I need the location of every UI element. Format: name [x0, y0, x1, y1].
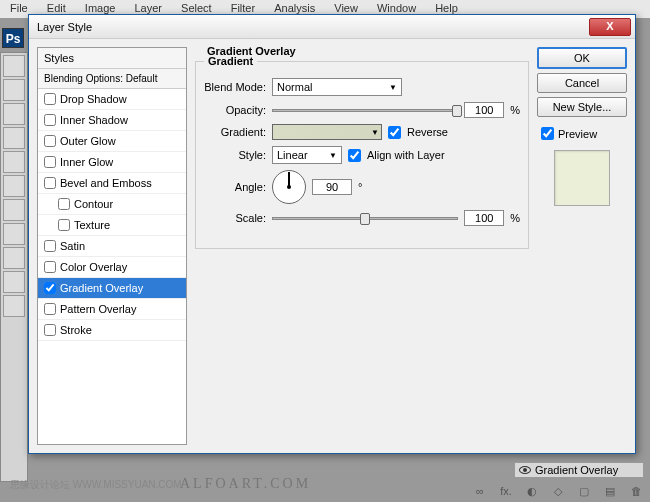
- style-label: Contour: [74, 198, 113, 210]
- tool-icon[interactable]: [3, 103, 25, 125]
- tool-icon[interactable]: [3, 295, 25, 317]
- tool-icon[interactable]: [3, 127, 25, 149]
- style-item-outer-glow[interactable]: Outer Glow: [38, 131, 186, 152]
- style-item-inner-shadow[interactable]: Inner Shadow: [38, 110, 186, 131]
- style-item-satin[interactable]: Satin: [38, 236, 186, 257]
- tool-icon[interactable]: [3, 199, 25, 221]
- style-checkbox[interactable]: [44, 93, 56, 105]
- align-checkbox[interactable]: [348, 149, 361, 162]
- style-checkbox[interactable]: [44, 303, 56, 315]
- style-checkbox[interactable]: [44, 261, 56, 273]
- style-checkbox[interactable]: [58, 219, 70, 231]
- action-panel: OK Cancel New Style... Preview: [537, 47, 627, 445]
- opacity-slider[interactable]: [272, 109, 458, 112]
- dialog-titlebar: Layer Style X: [29, 15, 635, 39]
- chevron-down-icon: ▼: [371, 128, 379, 137]
- adjustment-icon[interactable]: ◇: [550, 485, 566, 498]
- close-button[interactable]: X: [589, 18, 631, 36]
- style-item-drop-shadow[interactable]: Drop Shadow: [38, 89, 186, 110]
- style-item-contour[interactable]: Contour: [38, 194, 186, 215]
- style-select[interactable]: Linear▼: [272, 146, 342, 164]
- mask-icon[interactable]: ◐: [524, 485, 540, 498]
- blending-options[interactable]: Blending Options: Default: [38, 69, 186, 89]
- link-icon[interactable]: ∞: [472, 485, 488, 498]
- style-checkbox[interactable]: [44, 282, 56, 294]
- tool-icon[interactable]: [3, 55, 25, 77]
- style-checkbox[interactable]: [44, 324, 56, 336]
- blend-mode-label: Blend Mode:: [204, 81, 266, 93]
- angle-dial[interactable]: [272, 170, 306, 204]
- percent-unit: %: [510, 212, 520, 224]
- style-label: Drop Shadow: [60, 93, 127, 105]
- style-item-inner-glow[interactable]: Inner Glow: [38, 152, 186, 173]
- style-item-color-overlay[interactable]: Color Overlay: [38, 257, 186, 278]
- tool-icon[interactable]: [3, 247, 25, 269]
- style-label: Inner Glow: [60, 156, 113, 168]
- tool-icon[interactable]: [3, 79, 25, 101]
- preview-checkbox[interactable]: [541, 127, 554, 140]
- style-label: Style:: [204, 149, 266, 161]
- preview-label: Preview: [558, 128, 597, 140]
- new-layer-icon[interactable]: ▤: [602, 485, 618, 498]
- style-checkbox[interactable]: [44, 156, 56, 168]
- style-checkbox[interactable]: [44, 114, 56, 126]
- tool-icon[interactable]: [3, 151, 25, 173]
- eye-icon[interactable]: [519, 466, 531, 474]
- style-checkbox[interactable]: [44, 135, 56, 147]
- fx-icon[interactable]: fx.: [498, 485, 514, 498]
- style-label: Texture: [74, 219, 110, 231]
- blend-mode-select[interactable]: Normal▼: [272, 78, 402, 96]
- chevron-down-icon: ▼: [389, 83, 397, 92]
- scale-slider[interactable]: [272, 217, 458, 220]
- style-label: Color Overlay: [60, 261, 127, 273]
- align-label: Align with Layer: [367, 149, 445, 161]
- layer-effect-row[interactable]: Gradient Overlay: [514, 462, 644, 478]
- style-item-stroke[interactable]: Stroke: [38, 320, 186, 341]
- angle-input[interactable]: [312, 179, 352, 195]
- ok-button[interactable]: OK: [537, 47, 627, 69]
- style-checkbox[interactable]: [58, 198, 70, 210]
- opacity-label: Opacity:: [204, 104, 266, 116]
- style-item-pattern-overlay[interactable]: Pattern Overlay: [38, 299, 186, 320]
- cancel-button[interactable]: Cancel: [537, 73, 627, 93]
- styles-list-panel: Styles Blending Options: Default Drop Sh…: [37, 47, 187, 445]
- tool-icon[interactable]: [3, 271, 25, 293]
- preview-swatch: [554, 150, 610, 206]
- gradient-picker[interactable]: ▼: [272, 124, 382, 140]
- style-label: Gradient Overlay: [60, 282, 143, 294]
- trash-icon[interactable]: 🗑: [628, 485, 644, 498]
- style-item-bevel-and-emboss[interactable]: Bevel and Emboss: [38, 173, 186, 194]
- tools-toolbar: [0, 52, 28, 482]
- opacity-input[interactable]: [464, 102, 504, 118]
- layer-style-dialog: Layer Style X Styles Blending Options: D…: [28, 14, 636, 454]
- style-checkbox[interactable]: [44, 177, 56, 189]
- scale-input[interactable]: [464, 210, 504, 226]
- style-label: Satin: [60, 240, 85, 252]
- slider-thumb[interactable]: [452, 105, 462, 117]
- layer-effect-label: Gradient Overlay: [535, 464, 618, 476]
- styles-header[interactable]: Styles: [38, 48, 186, 69]
- degree-unit: °: [358, 181, 362, 193]
- style-label: Inner Shadow: [60, 114, 128, 126]
- style-item-texture[interactable]: Texture: [38, 215, 186, 236]
- style-checkbox[interactable]: [44, 240, 56, 252]
- settings-panel: Gradient Overlay Gradient Blend Mode: No…: [195, 47, 529, 445]
- folder-icon[interactable]: ▢: [576, 485, 592, 498]
- percent-unit: %: [510, 104, 520, 116]
- style-item-gradient-overlay[interactable]: Gradient Overlay: [38, 278, 186, 299]
- style-label: Stroke: [60, 324, 92, 336]
- reverse-label: Reverse: [407, 126, 448, 138]
- new-style-button[interactable]: New Style...: [537, 97, 627, 117]
- reverse-checkbox[interactable]: [388, 126, 401, 139]
- style-label: Pattern Overlay: [60, 303, 136, 315]
- scale-label: Scale:: [204, 212, 266, 224]
- slider-thumb[interactable]: [360, 213, 370, 225]
- tool-icon[interactable]: [3, 223, 25, 245]
- tool-icon[interactable]: [3, 175, 25, 197]
- gradient-label: Gradient:: [204, 126, 266, 138]
- style-label: Bevel and Emboss: [60, 177, 152, 189]
- watermark-text: 思缘设计论坛 WWW.MISSYUAN.COM: [10, 478, 182, 492]
- angle-label: Angle:: [204, 181, 266, 193]
- ps-logo: Ps: [2, 28, 24, 48]
- dialog-title: Layer Style: [37, 21, 589, 33]
